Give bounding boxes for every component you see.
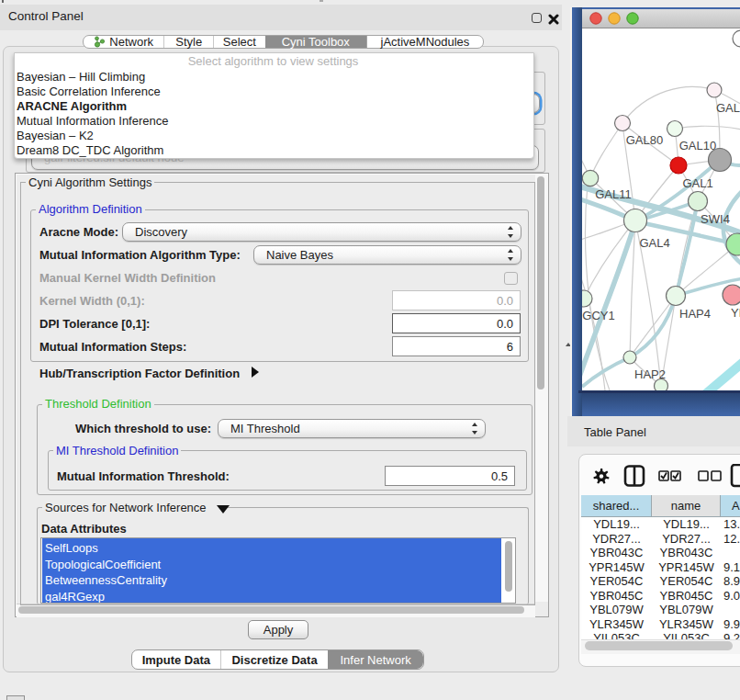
svg-text:GAL80: GAL80 <box>626 133 663 147</box>
svg-text:GCY1: GCY1 <box>582 309 614 322</box>
svg-text:GAL11: GAL11 <box>595 187 632 201</box>
svg-text:GAL1: GAL1 <box>682 176 712 190</box>
svg-text:HAP2: HAP2 <box>634 367 666 381</box>
svg-text:YM: YM <box>731 306 740 320</box>
svg-text:GAL10: GAL10 <box>679 139 716 152</box>
svg-text:SWI4: SWI4 <box>701 212 730 226</box>
svg-text:HAP4: HAP4 <box>679 307 711 321</box>
svg-text:GAL4: GAL4 <box>639 236 669 250</box>
svg-text:GAL7: GAL7 <box>716 101 740 115</box>
